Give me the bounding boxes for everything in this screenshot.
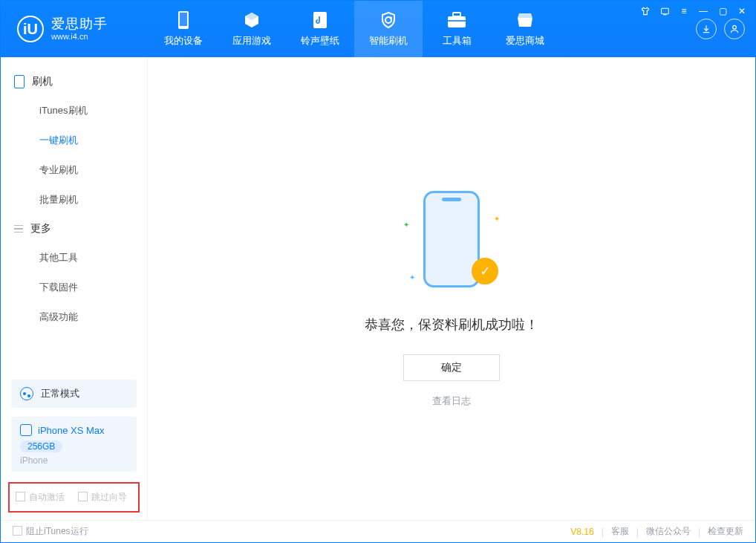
store-icon (515, 10, 535, 30)
sidebar-item-advanced[interactable]: 高级功能 (1, 302, 147, 332)
device-capacity: 256GB (20, 440, 62, 452)
logo-icon: iU (17, 16, 44, 42)
device-type: iPhone (20, 455, 128, 466)
sidebar-item-other-tools[interactable]: 其他工具 (1, 243, 147, 273)
app-window: ≡ — ▢ ✕ iU 爱思助手 www.i4.cn 我的设备 应用游戏 铃声壁纸 (0, 0, 756, 543)
svg-rect-2 (180, 13, 187, 26)
wechat-link[interactable]: 微信公众号 (646, 525, 691, 538)
main-content: ✦ ✦ ✦ ✓ 恭喜您，保资料刷机成功啦！ 确定 查看日志 (148, 57, 755, 520)
footer: 阻止iTunes运行 V8.16 | 客服 | 微信公众号 | 检查更新 (1, 520, 755, 542)
sidebar-group-flash: 刷机 (1, 68, 147, 96)
app-url: www.i4.cn (51, 32, 108, 41)
tab-toolbox[interactable]: 工具箱 (423, 1, 491, 57)
checkbox-row-highlight: 自动激活 跳过向导 (8, 482, 140, 513)
tab-label: 智能刷机 (369, 34, 408, 48)
support-link[interactable]: 客服 (611, 525, 629, 538)
tab-label: 应用游戏 (232, 34, 271, 48)
svg-point-7 (733, 25, 737, 29)
status-box[interactable]: 正常模式 (11, 380, 137, 408)
tab-ringtone-wallpaper[interactable]: 铃声壁纸 (286, 1, 354, 57)
hamburger-icon (14, 225, 23, 233)
confirm-button[interactable]: 确定 (403, 354, 500, 381)
tab-apps-games[interactable]: 应用游戏 (218, 1, 286, 57)
phone-icon (174, 10, 193, 30)
svg-rect-0 (661, 8, 668, 14)
cube-icon (242, 10, 261, 30)
tab-store[interactable]: 爱思商城 (491, 1, 559, 57)
sidebar-item-pro-flash[interactable]: 专业刷机 (1, 155, 147, 185)
checkbox-block-itunes[interactable]: 阻止iTunes运行 (13, 525, 88, 538)
sidebar-item-oneclick-flash[interactable]: 一键刷机 (1, 126, 147, 155)
logo: iU 爱思助手 www.i4.cn (1, 16, 149, 42)
maximize-icon[interactable]: ▢ (717, 5, 729, 17)
minimize-icon[interactable]: — (697, 5, 709, 17)
window-controls: ≡ — ▢ ✕ (639, 5, 748, 17)
check-update-link[interactable]: 检查更新 (708, 525, 743, 538)
view-log-link[interactable]: 查看日志 (432, 394, 471, 408)
sidebar-group-more: 更多 (1, 215, 147, 243)
success-message: 恭喜您，保资料刷机成功啦！ (365, 316, 538, 334)
device-name: iPhone XS Max (38, 425, 105, 436)
tshirt-icon[interactable] (639, 5, 651, 17)
tab-label: 爱思商城 (506, 34, 544, 48)
shield-refresh-icon (379, 10, 398, 30)
version-label: V8.16 (570, 527, 593, 537)
header-right (696, 19, 755, 39)
checkbox-auto-activate[interactable]: 自动激活 (16, 491, 65, 504)
close-icon[interactable]: ✕ (736, 5, 748, 17)
device-box[interactable]: iPhone XS Max 256GB iPhone (11, 417, 137, 472)
group-label: 刷机 (32, 75, 53, 88)
group-label: 更多 (30, 222, 51, 235)
success-illustration: ✦ ✦ ✦ ✓ (403, 191, 500, 295)
toolbox-icon (447, 10, 466, 30)
status-icon (20, 387, 33, 400)
status-label: 正常模式 (41, 387, 79, 400)
tab-label: 铃声壁纸 (301, 34, 339, 48)
music-file-icon (310, 10, 330, 30)
phone-outline-icon (14, 75, 25, 88)
sidebar: 刷机 iTunes刷机 一键刷机 专业刷机 批量刷机 更多 其他工具 下载固件 … (1, 57, 148, 520)
device-phone-icon (20, 424, 32, 436)
sidebar-item-batch-flash[interactable]: 批量刷机 (1, 185, 147, 215)
sidebar-item-itunes-flash[interactable]: iTunes刷机 (1, 96, 147, 126)
user-button[interactable] (724, 19, 745, 39)
tab-label: 我的设备 (164, 34, 203, 48)
tab-my-device[interactable]: 我的设备 (149, 1, 218, 57)
tab-smart-flash[interactable]: 智能刷机 (354, 1, 423, 57)
sidebar-item-download-firmware[interactable]: 下载固件 (1, 273, 147, 302)
main-tabs: 我的设备 应用游戏 铃声壁纸 智能刷机 工具箱 爱思商城 (149, 1, 559, 57)
download-button[interactable] (696, 19, 717, 39)
feedback-icon[interactable] (659, 5, 671, 17)
checkmark-badge-icon: ✓ (472, 258, 498, 284)
tab-label: 工具箱 (443, 34, 472, 48)
svg-rect-4 (448, 16, 466, 27)
body: 刷机 iTunes刷机 一键刷机 专业刷机 批量刷机 更多 其他工具 下载固件 … (1, 57, 755, 520)
svg-rect-5 (453, 13, 460, 16)
menu-icon[interactable]: ≡ (678, 5, 690, 17)
checkbox-skip-guide[interactable]: 跳过向导 (78, 491, 127, 504)
svg-rect-6 (448, 20, 466, 22)
app-name: 爱思助手 (51, 17, 108, 32)
